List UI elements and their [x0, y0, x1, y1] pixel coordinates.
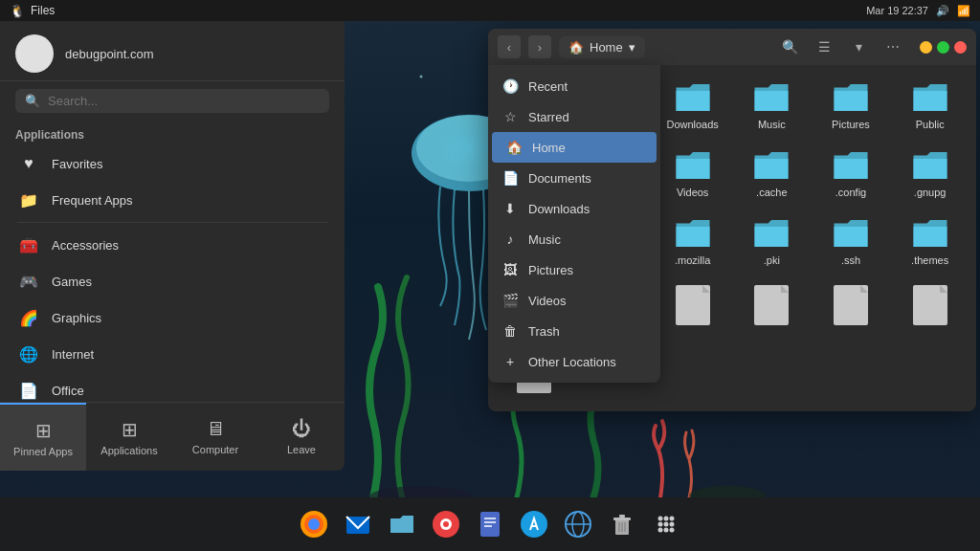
- svg-rect-31: [613, 518, 631, 520]
- file-pictures[interactable]: Pictures: [814, 75, 888, 137]
- more-options-button[interactable]: ⋯: [880, 33, 906, 60]
- taskbar-thunderbird[interactable]: [339, 505, 377, 543]
- dropdown-documents[interactable]: 📄 Documents: [488, 163, 660, 193]
- dropdown-starred[interactable]: ☆ Starred: [488, 101, 660, 132]
- divider: [17, 222, 327, 223]
- svg-point-7: [689, 486, 766, 497]
- launcher-item-favorites[interactable]: ♥ Favorites: [8, 145, 337, 182]
- file-videos[interactable]: Videos: [656, 143, 729, 205]
- home-dd-icon: 🏠: [505, 140, 523, 155]
- documents-icon: 📄: [501, 170, 519, 186]
- nav-leave[interactable]: ⏻ Leave: [258, 403, 345, 471]
- frequent-label: Frequent Apps: [52, 193, 133, 208]
- close-button[interactable]: [954, 41, 967, 54]
- trash-label: Trash: [528, 324, 560, 339]
- file-public[interactable]: Public: [893, 75, 967, 137]
- nav-pinned-apps[interactable]: ⊞ Pinned Apps: [0, 403, 86, 471]
- search-button[interactable]: 🔍: [776, 33, 803, 60]
- svg-rect-32: [619, 515, 625, 518]
- taskbar-music[interactable]: [427, 505, 465, 543]
- taskbar-firefox[interactable]: [295, 505, 333, 543]
- topbar: 🐧 Files Mar 19 22:37 🔊 📶: [0, 0, 980, 21]
- pictures-file-label: Pictures: [832, 119, 870, 131]
- launcher-nav: ⊞ Pinned Apps ⊞ Applications 🖥 Computer …: [0, 402, 345, 471]
- taskbar-grid[interactable]: [647, 505, 685, 543]
- internet-label: Internet: [52, 347, 94, 362]
- minimize-button[interactable]: [920, 41, 932, 54]
- taskbar-writer[interactable]: [471, 505, 509, 543]
- nav-applications[interactable]: ⊞ Applications: [86, 403, 172, 471]
- dropdown-music[interactable]: ♪ Music: [488, 224, 660, 254]
- app-launcher: debugpoint.com 🔍 Applications ♥ Favorite…: [0, 21, 345, 471]
- dropdown-recent[interactable]: 🕐 Recent: [488, 71, 660, 101]
- file-config[interactable]: .config: [814, 143, 888, 205]
- applications-label: Applications: [100, 445, 157, 456]
- topbar-app-name: Files: [31, 4, 55, 17]
- launcher-item-accessories[interactable]: 🧰 Accessories: [8, 227, 337, 263]
- search-input[interactable]: [48, 94, 320, 108]
- topbar-network-icon: 📶: [957, 5, 970, 17]
- music-label: Music: [528, 232, 561, 247]
- file-manager-window: ‹ › 🏠 Home ▾ 🔍 ☰ ▾ ⋯ 🕐 Recent: [488, 29, 976, 411]
- search-bar[interactable]: 🔍: [15, 89, 329, 113]
- taskbar-appstore[interactable]: [515, 505, 553, 543]
- launcher-username: debugpoint.com: [65, 47, 154, 61]
- taskbar-files[interactable]: [383, 505, 421, 543]
- svg-point-42: [658, 528, 663, 533]
- file-ssh[interactable]: .ssh: [814, 210, 888, 273]
- graphics-icon: 🌈: [17, 306, 40, 329]
- office-label: Office: [52, 384, 84, 398]
- dropdown-home[interactable]: 🏠 Home: [492, 132, 657, 163]
- launcher-item-games[interactable]: 🎮 Games: [8, 263, 337, 299]
- dropdown-pictures[interactable]: 🖼 Pictures: [488, 254, 660, 285]
- accessories-icon: 🧰: [17, 233, 40, 256]
- file-gnupg[interactable]: .gnupg: [893, 143, 967, 205]
- launcher-item-office[interactable]: 📄 Office: [8, 372, 337, 402]
- leave-icon: ⏻: [292, 418, 311, 440]
- file-cache[interactable]: .cache: [735, 143, 809, 205]
- back-button[interactable]: ‹: [498, 35, 521, 58]
- config-label: .config: [835, 187, 866, 199]
- file-doc-2[interactable]: [735, 279, 809, 342]
- maximize-button[interactable]: [937, 41, 949, 54]
- document-icon-2: [754, 285, 789, 325]
- dropdown-other-locations[interactable]: + Other Locations: [488, 346, 660, 377]
- document-icon-1: [676, 285, 710, 325]
- pictures-icon: 🖼: [501, 262, 519, 277]
- launcher-item-internet[interactable]: 🌐 Internet: [8, 336, 337, 372]
- file-doc-3[interactable]: [814, 279, 888, 342]
- videos-label: Videos: [528, 294, 567, 308]
- section-title: Applications: [0, 121, 345, 145]
- dropdown-trash[interactable]: 🗑 Trash: [488, 316, 660, 346]
- starred-label: Starred: [528, 110, 569, 124]
- dropdown-videos[interactable]: 🎬 Videos: [488, 285, 660, 316]
- graphics-label: Graphics: [52, 311, 101, 325]
- file-doc-4[interactable]: [893, 279, 967, 342]
- file-mozilla[interactable]: .mozilla: [656, 210, 729, 273]
- file-music[interactable]: Music: [735, 75, 809, 137]
- file-downloads[interactable]: Downloads: [656, 75, 729, 137]
- taskbar-trash[interactable]: [603, 505, 641, 543]
- svg-point-26: [521, 511, 547, 538]
- launcher-item-graphics[interactable]: 🌈 Graphics: [8, 299, 337, 336]
- file-themes[interactable]: .themes: [893, 210, 967, 273]
- app-list: ♥ Favorites 📁 Frequent Apps 🧰 Accessorie…: [0, 145, 345, 402]
- taskbar: [0, 497, 980, 551]
- dropdown-downloads[interactable]: ⬇ Downloads: [488, 193, 660, 224]
- list-view-button[interactable]: ☰: [811, 33, 837, 60]
- location-bar[interactable]: 🏠 Home ▾: [559, 36, 645, 58]
- desktop: 🐧 Files Mar 19 22:37 🔊 📶: [0, 0, 980, 551]
- taskbar-browser[interactable]: [559, 505, 597, 543]
- file-pki[interactable]: .pki: [735, 210, 809, 273]
- forward-button[interactable]: ›: [528, 35, 551, 58]
- svg-point-8: [368, 486, 474, 497]
- topbar-app-icon: 🐧: [10, 4, 25, 18]
- launcher-item-frequent[interactable]: 📁 Frequent Apps: [8, 182, 337, 218]
- games-icon: 🎮: [17, 270, 40, 293]
- nav-computer[interactable]: 🖥 Computer: [172, 403, 258, 471]
- file-doc-1[interactable]: [656, 279, 729, 342]
- computer-label: Computer: [192, 444, 238, 455]
- cache-label: .cache: [756, 187, 787, 199]
- document-icon-3: [834, 285, 868, 325]
- view-options-button[interactable]: ▾: [845, 33, 872, 60]
